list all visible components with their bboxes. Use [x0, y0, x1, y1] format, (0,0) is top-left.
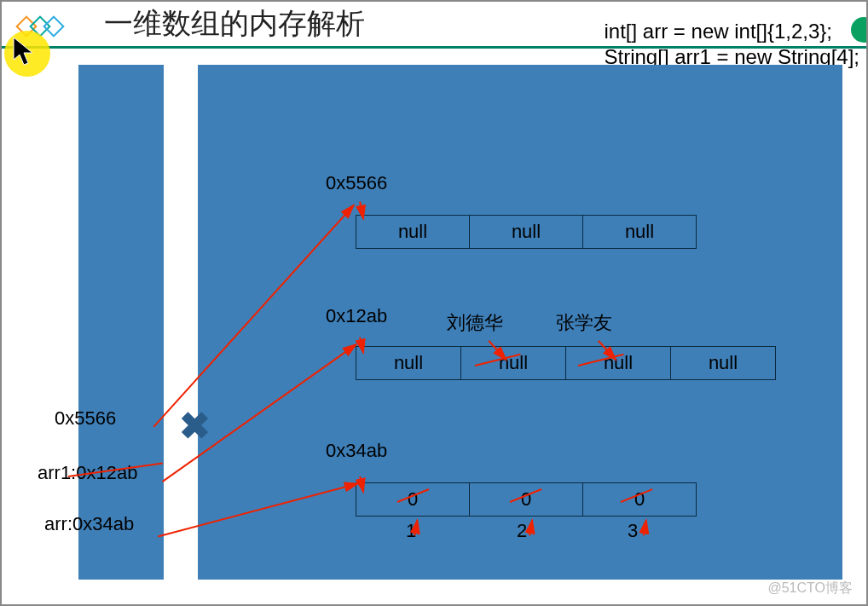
cell: 0 — [470, 483, 583, 517]
cursor-icon — [12, 36, 34, 70]
heap-address-1: 0x5566 — [326, 172, 387, 194]
heap-array-string4: null null null null — [356, 346, 776, 380]
svg-rect-2 — [44, 17, 64, 37]
cell: null — [356, 216, 470, 249]
cell: null — [356, 347, 461, 380]
cell: null — [470, 216, 583, 249]
watermark: @51CTO博客 — [767, 580, 853, 597]
cell: null — [671, 347, 776, 380]
cross-out-icon: ✖ — [179, 404, 211, 447]
heap-array-string3: null null null — [356, 215, 697, 249]
idx: 3 — [628, 520, 638, 542]
stack-addr-new: 0x5566 — [55, 407, 116, 430]
cell: null — [461, 347, 566, 380]
code-line: int[] arr = new int[]{1,2,3}; — [605, 20, 833, 43]
idx: 2 — [517, 520, 527, 542]
idx: 1 — [406, 520, 416, 542]
stack-var-arr: arr:0x34ab — [44, 513, 134, 535]
stack-memory-bar — [78, 65, 164, 580]
cell-override-1: 刘德华 — [447, 310, 503, 336]
heap-address-3: 0x34ab — [326, 440, 387, 462]
index-labels: 1 2 3 — [356, 520, 688, 542]
page-title: 一维数组的内存解析 — [104, 4, 365, 43]
heap-array-int3: 0 0 0 — [356, 482, 697, 517]
cell: 0 — [583, 483, 697, 517]
cell-override-2: 张学友 — [556, 310, 612, 336]
heap-address-2: 0x12ab — [326, 305, 387, 327]
cell: 0 — [356, 483, 470, 517]
cell: null — [583, 216, 697, 249]
